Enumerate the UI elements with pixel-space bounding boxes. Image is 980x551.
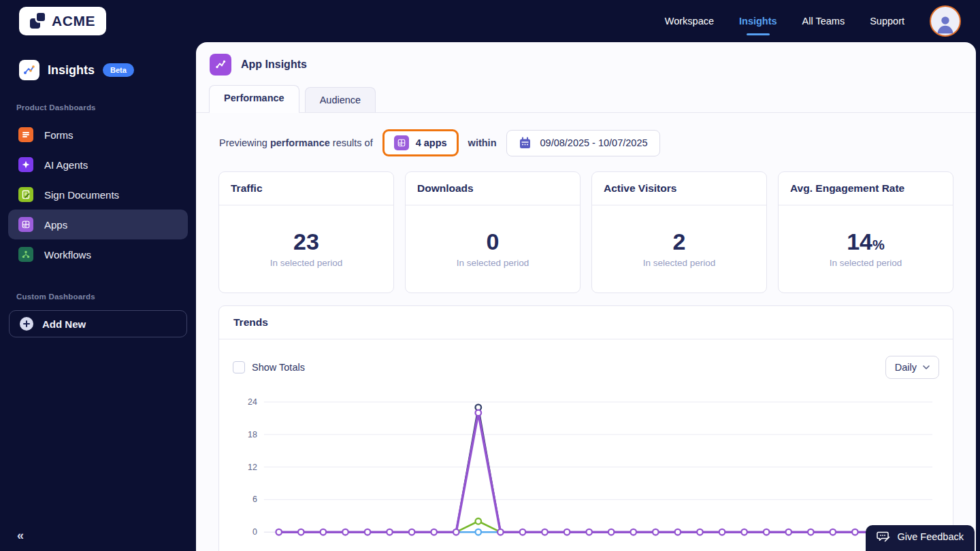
stat-card-downloads: Downloads 0 In selected period [405, 171, 581, 293]
acme-logo[interactable]: ACME [19, 7, 106, 35]
sidebar-header: Insights Beta [0, 42, 196, 80]
top-navigation: Workspace Insights All Teams Support [665, 5, 969, 37]
stat-card-title: Downloads [406, 172, 580, 205]
svg-text:18: 18 [248, 430, 257, 439]
sidebar-item-label: Sign Documents [44, 189, 119, 201]
sidebar-item-ai-agents[interactable]: AI Agents [8, 150, 188, 180]
preview-summary-row: Previewing performance results of 4 apps… [196, 113, 976, 171]
stat-card-body: 14% In selected period [779, 205, 953, 293]
sidebar-item-label: Forms [44, 129, 74, 141]
sidebar-item-apps[interactable]: Apps [8, 210, 188, 239]
stat-caption: In selected period [643, 258, 716, 268]
interval-label: Daily [895, 362, 917, 373]
sidebar-item-label: AI Agents [44, 159, 88, 171]
feedback-bubble-icon [877, 531, 890, 543]
forms-icon [18, 127, 33, 142]
stat-card-body: 2 In selected period [592, 205, 766, 293]
give-feedback-button[interactable]: Give Feedback [866, 525, 975, 551]
user-avatar[interactable] [930, 5, 961, 37]
stat-card-body: 0 In selected period [406, 205, 580, 293]
plus-circle-icon [20, 317, 33, 331]
nav-item-insights-label: Insights [739, 16, 777, 27]
stat-card-engagement-rate: Avg. Engagement Rate 14% In selected per… [778, 171, 953, 293]
apps-selector-button[interactable]: 4 apps [382, 129, 459, 156]
sidebar-collapse-button[interactable]: « [17, 529, 24, 543]
sidebar-item-forms[interactable]: Forms [8, 120, 188, 150]
stat-card-title: Traffic [219, 172, 393, 205]
within-text: within [468, 137, 497, 148]
stat-caption: In selected period [270, 258, 343, 268]
stat-value: 2 [673, 230, 686, 253]
tab-bar: Performance Audience [196, 85, 976, 113]
stat-card-body: 23 In selected period [219, 205, 393, 293]
sidebar-item-label: Workflows [44, 249, 91, 261]
tab-audience[interactable]: Audience [305, 87, 376, 112]
sidebar-item-label: Apps [44, 219, 67, 231]
stat-card-title: Avg. Engagement Rate [779, 172, 953, 205]
trends-title: Trends [219, 306, 953, 339]
stat-value: 23 [293, 230, 319, 253]
apps-icon [18, 217, 33, 232]
stat-card-active-visitors: Active Visitors 2 In selected period [591, 171, 767, 293]
sign-documents-icon [18, 187, 33, 202]
app-insights-icon [210, 54, 231, 76]
svg-text:12: 12 [248, 463, 257, 472]
nav-item-insights[interactable]: Insights [739, 16, 777, 27]
acme-logo-text: ACME [52, 13, 95, 29]
interval-dropdown[interactable]: Daily [885, 356, 939, 379]
product-dashboards-label: Product Dashboards [0, 80, 196, 120]
feedback-label: Give Feedback [897, 531, 964, 542]
stat-caption: In selected period [457, 258, 529, 268]
trends-chart-container: 06121824 [219, 386, 953, 541]
sidebar: Insights Beta Product Dashboards Forms A… [0, 42, 196, 551]
preview-text: Previewing performance results of [219, 137, 373, 148]
trends-chart: 06121824 [234, 394, 936, 541]
beta-badge: Beta [103, 63, 134, 77]
sidebar-item-sign-documents[interactable]: Sign Documents [8, 180, 188, 210]
apps-grid-icon [394, 135, 409, 150]
sidebar-item-workflows[interactable]: Workflows [8, 239, 188, 269]
svg-text:24: 24 [248, 397, 257, 407]
chevron-down-icon [923, 365, 930, 369]
app-header: App Insights [196, 42, 976, 85]
workflows-icon [18, 247, 33, 262]
show-totals-label: Show Totals [252, 362, 305, 373]
add-new-dashboard-button[interactable]: Add New [9, 310, 187, 337]
nav-item-all-teams[interactable]: All Teams [802, 16, 845, 27]
tab-performance[interactable]: Performance [209, 85, 299, 113]
ai-agents-icon [18, 157, 33, 172]
date-range-label: 09/08/2025 - 10/07/2025 [540, 137, 648, 148]
page-title: App Insights [241, 59, 307, 71]
nav-item-support[interactable]: Support [870, 16, 904, 27]
trends-controls: Show Totals Daily [219, 339, 953, 386]
show-totals-control: Show Totals [233, 361, 305, 373]
stat-value: 14% [847, 230, 885, 253]
stat-card-title: Active Visitors [592, 172, 766, 205]
show-totals-checkbox[interactable] [233, 361, 245, 373]
sidebar-title: Insights [48, 63, 95, 78]
calendar-icon [519, 137, 532, 150]
trends-card: Trends Show Totals Daily 06121824 [218, 305, 953, 551]
acme-logo-icon [30, 13, 46, 29]
active-nav-underline [747, 33, 770, 35]
person-icon [934, 12, 957, 35]
nav-item-workspace[interactable]: Workspace [665, 16, 714, 27]
stat-value: 0 [487, 230, 500, 253]
stat-cards-row: Traffic 23 In selected period Downloads … [196, 171, 976, 293]
add-new-label: Add New [42, 318, 86, 330]
svg-text:6: 6 [252, 495, 257, 504]
stat-card-traffic: Traffic 23 In selected period [218, 171, 394, 293]
insights-logo-icon [19, 60, 39, 80]
topbar: ACME Workspace Insights All Teams Suppor… [0, 0, 980, 42]
custom-dashboards-label: Custom Dashboards [0, 269, 196, 309]
stat-caption: In selected period [830, 258, 902, 268]
main-panel: App Insights Performance Audience Previe… [196, 42, 976, 551]
date-range-button[interactable]: 09/08/2025 - 10/07/2025 [506, 130, 660, 156]
svg-text:0: 0 [252, 527, 257, 537]
apps-count-label: 4 apps [416, 137, 447, 148]
